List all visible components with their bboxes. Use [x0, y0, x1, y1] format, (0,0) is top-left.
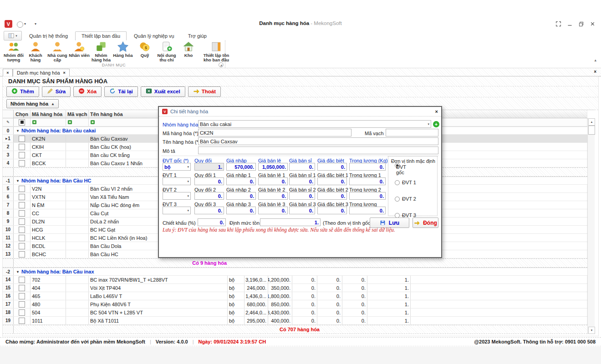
thoát-button[interactable]: Thoát [188, 86, 221, 97]
barcode-input[interactable] [386, 129, 438, 136]
row-checkbox[interactable] [19, 227, 25, 233]
thêm-button[interactable]: Thêm [6, 86, 39, 97]
unit-grid-input[interactable]: 1. [194, 163, 224, 171]
group-row[interactable]: -2▾Nhóm hàng hóa: Bàn Cầu inax [3, 268, 587, 276]
filter-cell[interactable] [31, 118, 66, 126]
checkbox-cell[interactable] [14, 234, 31, 242]
group-dialog-launcher-icon[interactable]: ◢ [219, 62, 224, 67]
row-checkbox[interactable] [19, 301, 25, 308]
table-row[interactable]: 17480Phụ Kiện 480V6 Tbộ680,000.850,000.0… [3, 300, 587, 308]
dialog-close-icon[interactable]: × [435, 109, 438, 114]
unit-grid-input[interactable]: 0. [226, 207, 256, 214]
checkbox-cell[interactable] [14, 209, 31, 217]
unit-grid-input[interactable]: 0. [258, 192, 288, 200]
unit-grid-input[interactable]: 0. [317, 177, 347, 185]
unit-grid-input[interactable]: 0. [289, 163, 315, 171]
unit-grid-input[interactable]: 0. [194, 207, 224, 214]
ribbon-tab-1[interactable]: Quản trị hệ thống [23, 31, 74, 40]
unit-grid-input[interactable]: 0. [226, 177, 256, 185]
ribbon-item[interactable]: Khách hàng [25, 40, 46, 63]
checkbox-cell[interactable] [14, 250, 31, 258]
unit-grid-input[interactable]: 0. [349, 207, 386, 214]
group-by-chip[interactable]: Nhóm hàng hóa ▲ [6, 99, 59, 108]
stock-norm-input[interactable]: 1. [260, 218, 321, 226]
scrollbar-thumb[interactable] [588, 126, 595, 135]
ribbon-item[interactable]: Nhà cung cấp [46, 40, 68, 63]
checkbox-cell[interactable] [14, 242, 31, 250]
ribbon-tab-3[interactable]: Quản lý nghiệp vụ [127, 31, 181, 40]
row-checkbox[interactable] [19, 285, 25, 291]
column-header[interactable]: Mã hàng hóa [31, 110, 66, 118]
filter-icon[interactable] [32, 120, 37, 125]
ribbon-item[interactable]: Nhóm hàng hóa [90, 40, 112, 63]
description-input[interactable] [198, 147, 438, 154]
unit-grid-input[interactable]: 0. [317, 163, 347, 171]
unit-grid-input[interactable]: 0. [349, 192, 386, 200]
unit-grid-input[interactable]: 0. [258, 207, 288, 214]
checkbox-cell[interactable] [14, 143, 31, 151]
row-checkbox[interactable] [19, 202, 25, 208]
close-icon[interactable] [590, 21, 596, 27]
checkbox-cell[interactable] [14, 317, 31, 324]
row-checkbox[interactable] [19, 235, 25, 241]
column-header[interactable]: Chọn [14, 110, 31, 118]
unit-grid-input[interactable]: 0. [289, 192, 315, 200]
row-checkbox[interactable] [19, 218, 25, 225]
column-header[interactable] [3, 110, 14, 118]
row-checkbox[interactable] [19, 251, 25, 258]
table-row[interactable]: 15404Vòi Xịt TP404bộ246,000.350,000.0.0.… [3, 284, 587, 292]
vertical-scrollbar[interactable]: ▲ ▼ [587, 118, 595, 334]
unit-grid-input[interactable]: 1,050,000. [258, 163, 288, 171]
ribbon-collapse-icon[interactable]: ▴ [594, 58, 596, 62]
save-button[interactable]: Lưu [370, 217, 409, 228]
table-row[interactable]: 191011Bộ Xã T1011bộ295,000.400,000.0.0.0… [3, 317, 587, 325]
unit-grid-input[interactable]: 0. [317, 207, 347, 214]
discount-input[interactable]: 0. [198, 218, 226, 226]
group-collapse-icon[interactable]: ▾ [17, 129, 19, 133]
unit-combo[interactable]: ▾ [163, 207, 191, 214]
checkbox-cell[interactable] [14, 193, 31, 201]
filter-checkbox-cell[interactable] [14, 118, 31, 126]
strip-close-icon[interactable]: × [594, 69, 596, 74]
close-button[interactable]: Đóng [413, 217, 438, 228]
filter-icon[interactable] [67, 120, 72, 125]
checkbox-cell[interactable] [14, 300, 31, 308]
row-checkbox[interactable] [19, 194, 25, 200]
unit-grid-input[interactable]: 0. [349, 163, 386, 171]
checkbox-cell[interactable] [14, 226, 31, 233]
checkbox-cell[interactable] [14, 276, 31, 283]
table-row[interactable]: 18504BC 504 VTN + L285 VTbộ2,464,0...3,4… [3, 308, 587, 317]
product-name-input[interactable]: Bàn Cầu Caxsav [198, 137, 438, 145]
unit-grid-input[interactable]: 0. [289, 177, 315, 185]
ribbon-tab-2[interactable]: Thiết lập ban đầu [75, 31, 127, 40]
fullscreen-icon[interactable] [555, 21, 561, 27]
checkbox-cell[interactable] [14, 185, 31, 192]
group-collapse-icon[interactable]: ▾ [17, 270, 19, 274]
add-group-button[interactable]: + [433, 121, 439, 127]
default-unit-radio[interactable]: ĐVT gốc [395, 163, 402, 168]
checkbox-cell[interactable] [14, 292, 31, 300]
row-checkbox[interactable] [19, 186, 25, 192]
checkbox-cell[interactable] [14, 159, 31, 167]
checkbox-cell[interactable] [14, 217, 31, 225]
filter-icon[interactable] [90, 120, 95, 125]
tab-group-close-icon[interactable]: × [3, 69, 13, 76]
unit-grid-input[interactable]: 0. [349, 177, 386, 185]
row-checkbox[interactable] [19, 293, 25, 299]
checkbox-cell[interactable] [14, 201, 31, 209]
minimize-icon[interactable] [567, 21, 573, 27]
unit-combo[interactable]: bộ▾ [163, 163, 191, 171]
unit-grid-input[interactable]: 0. [194, 177, 224, 185]
row-checkbox[interactable] [19, 318, 25, 324]
row-checkbox[interactable] [19, 136, 25, 142]
row-checkbox[interactable] [19, 160, 25, 167]
row-checkbox[interactable] [19, 277, 25, 283]
unit-grid-input[interactable]: 0. [289, 207, 315, 214]
xuất-excel-button[interactable]: Xuất excel [141, 86, 185, 97]
product-group-combo[interactable]: Bàn cầu cakai ▾ [198, 120, 431, 128]
table-row[interactable]: 16465LaBo L465V Tbộ1,436,0...1,800,000.0… [3, 292, 587, 300]
tải-lại-button[interactable]: Tải lại [104, 86, 138, 97]
sửa-button[interactable]: Sửa [42, 86, 71, 97]
default-unit-radio[interactable]: ĐVT 1 [395, 180, 416, 185]
checkbox-cell[interactable] [14, 135, 31, 142]
